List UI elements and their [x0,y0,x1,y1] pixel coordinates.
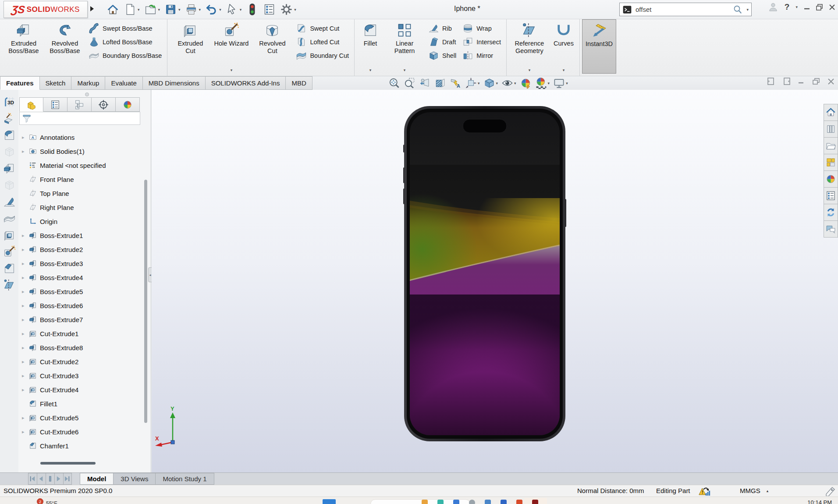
hole-wizard-shortcut-button[interactable] [2,245,17,259]
ribbon-hole-wizard-button[interactable]: Hole Wizard▾ [211,19,252,74]
panel-grip[interactable] [85,92,89,96]
taskbar-app-icon[interactable] [501,500,507,504]
tree-item-boss-extrude3[interactable]: ▸Boss-Extrude3 [18,256,151,270]
tab-scroll-first-button[interactable] [28,473,37,485]
taskpane-solidworks-resources-button[interactable] [824,104,838,121]
tab-evaluate[interactable]: Evaluate [105,76,142,90]
ribbon-instant3d-button[interactable]: Instant3D [582,19,616,74]
ribbon-fillet-button[interactable]: Fillet▾ [357,19,384,74]
model-tab-motion-study-1[interactable]: Motion Study 1 [156,473,214,485]
units-selector[interactable]: MMGS ▴ [740,487,768,494]
tree-filter-bar[interactable] [19,112,140,125]
tree-item-cut-extrude2[interactable]: ▸Cut-Extrude2 [18,355,151,369]
taskpane-appearances-scenes-button[interactable] [824,171,838,188]
tree-item-boss-extrude4[interactable]: ▸Boss-Extrude4 [18,270,151,284]
expand-arrow-icon[interactable]: ▸ [22,373,29,379]
tab-scroll-previous-button[interactable] [37,473,46,485]
dropdown-arrow-icon[interactable]: ▾ [478,81,480,85]
model-tab-3d-views[interactable]: 3D Views [114,473,156,485]
rollback-bar[interactable] [40,462,96,465]
titlebar-undo-button[interactable]: ▾ [204,2,223,17]
reference-plane-button[interactable]: ◢ [2,278,17,292]
expand-arrow-icon[interactable]: ▸ [22,359,29,365]
3d-sketch-button[interactable]: 3D [2,95,17,109]
collapse-right-pane-icon[interactable] [783,78,790,85]
titlebar-home-button[interactable] [105,2,121,17]
ribbon-mirror-button[interactable]: Mirror [459,49,504,62]
tree-item-solid-bodies-1[interactable]: ▸Solid Bodies(1) [18,144,151,158]
close-button[interactable] [829,4,835,11]
tree-item-cut-extrude3[interactable]: ▸Cut-Extrude3 [18,369,151,383]
taskbar-app-icon[interactable] [516,500,522,504]
restore-button[interactable] [816,4,823,11]
sheet-feature-button[interactable] [2,212,17,225]
tab-scroll-next-button[interactable] [54,473,63,485]
expand-arrow-icon[interactable]: ▸ [22,261,29,266]
titlebar-save-button[interactable]: ▾ [163,2,182,17]
titlebar-print-button[interactable]: ▾ [184,2,202,17]
disabled-feature-2-button[interactable] [2,178,17,192]
dropdown-arrow-icon[interactable]: ▾ [369,68,372,73]
panel-tab-configurationmanager[interactable] [67,97,92,112]
tree-item-boss-extrude2[interactable]: ▸Boss-Extrude2 [18,242,151,256]
headsup-dynamic-annotation-views-button[interactable]: A [449,77,462,89]
expand-arrow-icon[interactable]: ▸ [22,331,29,337]
tab-scroll-slider-button[interactable] [46,473,54,485]
tree-item-fillet1[interactable]: Fillet1 [18,397,151,411]
taskpane-file-explorer-button[interactable] [824,138,838,154]
dropdown-arrow-icon[interactable]: ▾ [219,7,221,12]
expand-arrow-icon[interactable]: ▸ [22,415,29,421]
doc-minimize-button[interactable] [798,78,805,85]
taskbar-app-icons[interactable] [422,500,538,504]
headsup-view-orientation-button[interactable]: ▾ [465,77,480,89]
expand-arrow-icon[interactable]: ▸ [22,429,29,435]
tree-item-cut-extrude4[interactable]: ▸Cut-Extrude4 [18,383,151,397]
ribbon-swept-cut-button[interactable]: Swept Cut [293,21,352,35]
dropdown-arrow-icon[interactable]: ▾ [240,7,242,12]
tree-item-boss-extrude1[interactable]: ▸Boss-Extrude1 [18,228,151,242]
expand-arrow-icon[interactable]: ▸ [22,275,29,280]
tree-item-annotations[interactable]: ▸AAnnotations [18,130,151,144]
headsup-edit-appearance-button[interactable] [519,77,532,89]
tree-item-boss-extrude5[interactable]: ▸Boss-Extrude5 [18,284,151,298]
tag-icon[interactable] [824,486,835,496]
taskpane-design-library-button[interactable] [824,121,838,138]
chamfer-shortcut-button[interactable] [2,262,17,275]
panel-tab-propertymanager[interactable] [43,97,67,112]
help-dropdown-icon[interactable]: ▾ [795,5,798,9]
ribbon-swept-boss-base-button[interactable]: Swept Boss/Base [85,21,165,35]
ribbon-extruded-cut-button[interactable]: Extruded Cut [170,19,211,74]
expand-arrow-icon[interactable]: ▸ [22,317,29,323]
tree-item-right-plane[interactable]: Right Plane [18,200,151,214]
expand-arrow-icon[interactable]: ▸ [22,247,29,252]
search-box[interactable]: ▾ [619,3,752,16]
dropdown-arrow-icon[interactable]: ▾ [199,7,201,12]
dropdown-arrow-icon[interactable]: ▾ [404,68,406,73]
taskbar-app-icon[interactable] [532,500,538,504]
tree-scrollbar[interactable] [144,180,147,423]
search-icon[interactable] [732,4,743,15]
taskpane-custom-properties-button[interactable] [824,188,838,204]
phone-model[interactable] [403,106,566,441]
tab-markup[interactable]: Markup [71,76,105,90]
weather-widget[interactable]: 2 55°F [37,498,57,504]
tree-item-material-not-specified[interactable]: Material <not specified [18,158,151,172]
ribbon-intersect-button[interactable]: Intersect [459,35,504,49]
ribbon-rib-button[interactable]: Rib [425,21,459,35]
expand-arrow-icon[interactable]: ▸ [22,345,29,351]
taskbar-app-icon[interactable] [437,500,444,504]
dropdown-arrow-icon[interactable]: ▾ [563,68,565,73]
fillet-shortcut-button[interactable] [2,128,17,142]
ribbon-extruded-boss-base-button[interactable]: Extruded Boss/Base [3,19,44,74]
ribbon-reference-geometry-button[interactable]: Reference Geometry▾ [509,19,550,74]
dropdown-arrow-icon[interactable]: ▾ [514,81,516,85]
dropdown-arrow-icon[interactable]: ▾ [566,81,568,85]
ribbon-boundary-boss-base-button[interactable]: Boundary Boss/Base [85,49,165,62]
tab-sketch[interactable]: Sketch [40,76,72,90]
expand-arrow-icon[interactable]: ▸ [22,135,29,140]
titlebar-open-button[interactable]: ▾ [143,2,162,17]
taskbar-app-icon[interactable] [485,500,491,504]
expand-arrow-icon[interactable]: ▸ [22,303,29,309]
search-dropdown-icon[interactable]: ▾ [746,7,749,12]
taskbar-app-icon[interactable] [453,500,459,504]
